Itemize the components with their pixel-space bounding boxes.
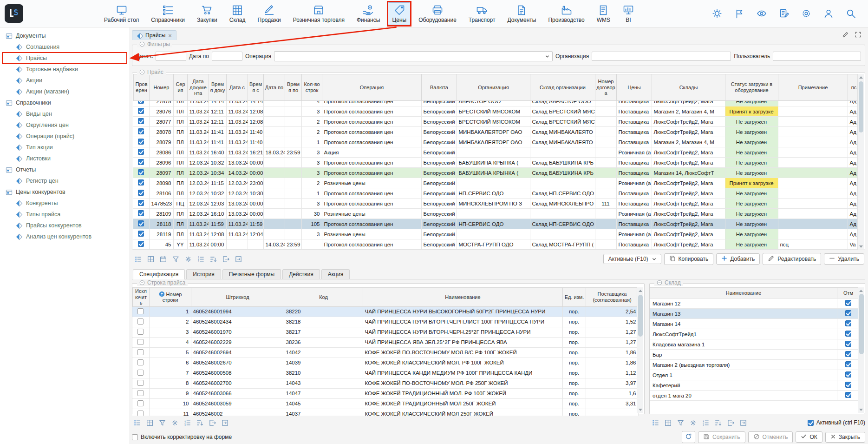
price-column-header[interactable]: Склад организации	[530, 74, 595, 101]
delete-button[interactable]: Удалить	[824, 253, 864, 265]
spec-toolbar-s-numlist-icon[interactable]: 123	[182, 417, 192, 428]
nav-item-transport[interactable]: Транспорт	[464, 2, 500, 25]
sidebar-item-0-0[interactable]: Соглашения	[0, 41, 127, 53]
scroll-down-icon[interactable]	[858, 407, 864, 412]
sidebar-section-2[interactable]: Отчеты	[0, 164, 117, 175]
row-checkbox[interactable]	[138, 139, 144, 145]
nav-item-references[interactable]: Справочники	[146, 2, 189, 25]
nav-item-documents[interactable]: Документы	[503, 2, 541, 25]
warehouse-row[interactable]: Магазин 13	[650, 309, 859, 319]
mark-checkbox[interactable]	[845, 382, 851, 388]
copy-button[interactable]: Копировать	[664, 253, 714, 265]
nav-item-warehouse[interactable]: Склад	[225, 2, 250, 25]
save-button[interactable]: Сохранить	[698, 431, 745, 443]
detail-tab-3[interactable]: Действия	[282, 269, 320, 279]
warehouse-toolbar-s-export-icon[interactable]	[725, 417, 736, 428]
sidebar-item-1-2[interactable]: Операции (прайс)	[0, 131, 127, 142]
adjust-checkbox[interactable]: Включить корректировку на форме	[132, 434, 232, 440]
user-icon[interactable]	[823, 8, 834, 19]
exclude-checkbox[interactable]	[137, 318, 144, 325]
price-toolbar-s-export-icon[interactable]	[221, 254, 231, 264]
user-input[interactable]	[773, 52, 861, 61]
sidebar-item-3-3[interactable]: Анализ цен конкурентов	[0, 231, 127, 242]
cancel-button[interactable]: Отменить	[748, 431, 793, 443]
sidebar-section-0[interactable]: Документы	[0, 30, 117, 41]
app-logo[interactable]	[5, 4, 23, 23]
nav-item-desktop[interactable]: Рабочий стол	[99, 2, 144, 25]
tab-prices[interactable]: Прайсы ×	[132, 30, 176, 40]
spec-row[interactable]: 2460524600243438218ЧАЙ ПРИНЦЕССА НУРИ В/…	[132, 317, 638, 327]
nav-item-retail[interactable]: Розничная торговля	[288, 2, 349, 25]
flag-icon[interactable]	[734, 8, 744, 19]
spec-column-header[interactable]: Номер строки	[150, 288, 191, 307]
price-column-header[interactable]: Кол-во строк	[302, 74, 322, 101]
collapse-icon[interactable]	[139, 41, 145, 47]
active-checkbox-box[interactable]	[808, 420, 814, 426]
scroll-up-icon[interactable]	[637, 288, 643, 293]
price-row[interactable]: 28118ПЛ11.03.2411:5911.03.2411:59105Прот…	[133, 219, 860, 229]
exclude-checkbox[interactable]	[137, 370, 144, 376]
scroll-up-icon[interactable]	[858, 288, 864, 293]
spec-row[interactable]: 7460524600050838210ЧАЙ ПРИНЦЕССА КАНДИ М…	[132, 368, 638, 378]
spec-row[interactable]: 4460524600222938236ЧАЙ ПРИНЦЕССА ЯВА ЗЕЛ…	[132, 337, 638, 347]
warehouse-vertical-scrollbar[interactable]	[858, 287, 864, 413]
spec-toolbar-s-import-icon[interactable]	[220, 417, 230, 428]
exclude-checkbox[interactable]	[137, 329, 144, 335]
warehouse-row[interactable]: Кафетерий	[650, 380, 859, 391]
row-checkbox[interactable]	[138, 231, 144, 237]
sidebar-item-0-4[interactable]: Акции (магазин)	[0, 86, 127, 97]
sidebar-item-0-2[interactable]: Торговые надбавки	[0, 64, 127, 75]
collapse-icon[interactable]	[139, 280, 145, 285]
log-icon[interactable]	[779, 8, 789, 19]
mark-checkbox[interactable]	[845, 341, 851, 347]
spec-column-header[interactable]: Исключить	[133, 288, 150, 307]
nav-item-purchases[interactable]: Закупки	[192, 2, 222, 25]
mark-checkbox[interactable]	[845, 331, 851, 337]
tab-close-icon[interactable]: ×	[168, 33, 172, 39]
scroll-down-icon[interactable]	[858, 244, 864, 249]
exclude-checkbox[interactable]	[137, 349, 144, 355]
price-toolbar-s-calendar-icon[interactable]	[158, 254, 168, 264]
row-checkbox[interactable]	[138, 101, 144, 104]
price-row[interactable]: 28097ПЛ12.03.2410:3414.03.2400:003Проток…	[133, 168, 860, 178]
edit-form-icon[interactable]	[842, 31, 849, 38]
price-vertical-scrollbar[interactable]	[857, 74, 864, 250]
price-column-header[interactable]: Склады	[652, 74, 725, 101]
price-row[interactable]: 28109ПЛ12.03.2416:1013.03.2400:0030Розни…	[133, 209, 860, 219]
scrollbar-thumb[interactable]	[638, 295, 643, 337]
price-column-header[interactable]: Валюта	[422, 74, 457, 101]
price-row[interactable]: 28119ПЛ11.03.2412:0811.03.2412:043Рознич…	[133, 229, 860, 239]
collapse-icon[interactable]	[139, 69, 145, 75]
price-column-header[interactable]: Организация	[457, 74, 530, 101]
nav-item-wms[interactable]: WMS	[592, 2, 615, 25]
price-toolbar-s-import-icon[interactable]	[233, 254, 243, 264]
price-row[interactable]: 28077ПЛ11.03.2412:1111.03.2412:082Проток…	[133, 117, 860, 127]
price-column-header[interactable]: Дата документа	[188, 74, 209, 101]
warehouse-row[interactable]: ЛюксСофтТрейд1	[650, 329, 859, 339]
scroll-up-icon[interactable]	[858, 74, 864, 80]
spec-row[interactable]: 10460524600305914045КОФЕ ЖОКЕЙ ТРАДИЦИОН…	[132, 398, 638, 409]
mark-checkbox[interactable]	[845, 371, 851, 378]
mark-checkbox[interactable]	[845, 351, 851, 357]
row-checkbox[interactable]	[138, 149, 144, 155]
detail-tab-0[interactable]: Спецификация	[133, 269, 185, 279]
fullscreen-icon[interactable]	[855, 31, 861, 38]
ok-button[interactable]: ОК	[796, 431, 822, 443]
price-column-header[interactable]: Время доку	[209, 74, 227, 101]
spec-row[interactable]: 9460524600306614047КОФЕ ЖОКЕЙ ТРАДИЦИОНН…	[132, 388, 638, 398]
warehouse-row[interactable]: отдел 1 мага 20	[650, 391, 859, 401]
warehouse-row[interactable]: Кладовка магазина 1	[650, 339, 859, 350]
mark-checkbox[interactable]	[845, 310, 851, 316]
warehouse-toolbar-s-gear-icon[interactable]	[688, 417, 698, 428]
warehouse-row[interactable]: Бар	[650, 350, 859, 360]
sidebar-item-0-3[interactable]: Акции	[0, 75, 127, 86]
row-checkbox[interactable]	[138, 200, 144, 206]
price-column-header[interactable]: Дата по	[264, 74, 285, 101]
price-column-header[interactable]: Дата с	[227, 74, 248, 101]
scroll-down-icon[interactable]	[637, 407, 643, 412]
price-column-header[interactable]: Операция	[322, 74, 422, 101]
settings-icon[interactable]	[801, 8, 811, 19]
spec-column-header[interactable]: Код	[284, 288, 363, 307]
row-checkbox[interactable]	[138, 159, 144, 165]
nav-item-production[interactable]: Производство	[543, 2, 589, 25]
